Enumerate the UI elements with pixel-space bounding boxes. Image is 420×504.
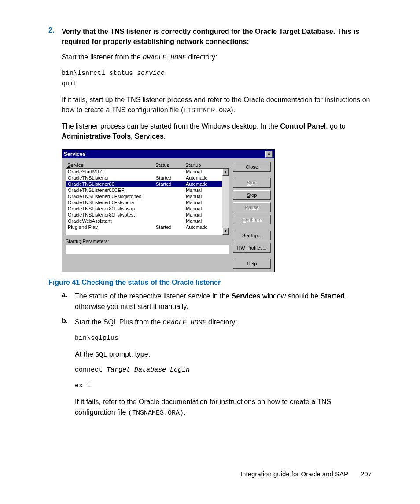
param-label-a: Startu xyxy=(66,239,78,244)
list-item[interactable]: OracleTNSListener80FslwporaManual xyxy=(66,199,222,206)
close-icon[interactable]: × xyxy=(265,151,273,158)
listener-ora: LISTENER.ORA xyxy=(183,107,231,114)
sub-b-t7: If it fails, refer to the Oracle documen… xyxy=(75,398,331,416)
service-name: OracleTNSListener80 xyxy=(68,181,156,187)
sub-b-p2: At the SQL prompt, type: xyxy=(75,349,372,360)
stop-u: S xyxy=(247,192,250,198)
code-connect: connect Target_Database_Login xyxy=(75,365,372,375)
service-startup: Automatic xyxy=(186,181,217,187)
code-exit: exit xyxy=(75,381,372,391)
sub-b-t9: . xyxy=(184,408,185,416)
cont-u: C xyxy=(242,217,246,222)
page-footer: Integration guide for Oracle and SAP 207 xyxy=(240,470,372,478)
scrollbar[interactable]: ▲ ▼ xyxy=(222,168,229,235)
services-dialog: Services × Service Status Startup Oracle… xyxy=(62,149,275,272)
pause-button[interactable]: Pause xyxy=(233,202,271,212)
startup-button[interactable]: Startup... xyxy=(233,231,271,240)
scroll-up-icon[interactable]: ▲ xyxy=(222,169,229,176)
sub-a-t4: Started xyxy=(321,292,345,300)
service-name: OracleTNSListener xyxy=(68,175,156,180)
sub-b-p1: Start the SQL Plus from the ORACLE_HOME … xyxy=(75,317,372,328)
oracle-home-2: ORACLE_HOME xyxy=(163,319,206,327)
service-startup: Manual xyxy=(186,200,217,205)
services-bold: Services xyxy=(135,132,164,140)
service-startup: Automatic xyxy=(186,175,217,180)
service-status xyxy=(156,200,186,205)
service-startup: Manual xyxy=(186,188,217,193)
step-p3e: , xyxy=(131,132,135,140)
service-startup: Manual xyxy=(186,169,217,174)
scroll-down-icon[interactable]: ▼ xyxy=(222,228,229,235)
step-p3c: , go to xyxy=(326,122,345,130)
list-item[interactable]: OracleTNSListener80CERManual xyxy=(66,187,222,193)
hdr-status: Status xyxy=(155,162,185,168)
start-button[interactable]: Start xyxy=(233,178,271,188)
list-item[interactable]: OracleTNSListener80FslwptestManual xyxy=(66,212,222,218)
cont-t: ontinue xyxy=(246,217,262,222)
service-status xyxy=(156,169,186,174)
startup-params-label: Startup Parameters: xyxy=(66,239,229,244)
hdr-startup: Startup xyxy=(185,162,216,168)
sub-b-t4: At the xyxy=(75,350,95,358)
step-p3: The listener process can be started from… xyxy=(62,121,372,141)
service-startup: Manual xyxy=(186,212,217,217)
step-p2: If it fails, start up the TNS listener p… xyxy=(62,95,372,116)
list-item[interactable]: OracleWebAssistantManual xyxy=(66,218,222,224)
sub-a-letter: a. xyxy=(62,291,75,299)
hw-profiles-button[interactable]: HW Profiles... xyxy=(233,243,271,253)
continue-button[interactable]: Continue xyxy=(233,215,271,224)
start-t: tart xyxy=(250,180,257,185)
stop-button[interactable]: Stop xyxy=(233,190,271,200)
hdr-service: ervice xyxy=(70,162,83,168)
list-item[interactable]: Plug and PlayStartedAutomatic xyxy=(66,224,222,230)
sub-b-t6: prompt, type: xyxy=(107,350,150,358)
service-status: Started xyxy=(156,224,186,230)
sub-b-t1: Start the SQL Plus from the xyxy=(75,318,163,326)
step-p1a: Start the listener from the xyxy=(62,53,143,61)
step-p1: Start the listener from the ORACLE_HOME … xyxy=(62,52,372,63)
list-item[interactable]: OracleTNSListenerStartedAutomatic xyxy=(66,175,222,181)
service-startup: Manual xyxy=(186,194,217,199)
pause-u: P xyxy=(245,205,248,210)
step-p1c: directory: xyxy=(186,53,217,61)
startup-params-input[interactable] xyxy=(66,245,229,254)
step-p3g: . xyxy=(164,132,166,140)
list-item[interactable]: OracleTNSListener80FslsqlstonesManual xyxy=(66,193,222,199)
list-item[interactable]: OracleTNSListener80FslwpsapManual xyxy=(66,206,222,212)
dialog-title: Services xyxy=(64,151,85,157)
service-status: Started xyxy=(156,175,186,180)
service-startup: Automatic xyxy=(186,224,217,230)
sub-b-letter: b. xyxy=(62,317,75,325)
list-item[interactable]: OracleTNSListener80StartedAutomatic xyxy=(66,181,222,187)
service-status xyxy=(156,212,186,217)
close-button[interactable]: Close xyxy=(233,162,271,172)
code-connect-a: connect xyxy=(75,366,107,374)
sub-a-text: The status of the respective listener se… xyxy=(75,291,372,311)
list-item[interactable]: OracleStartMILCManual xyxy=(66,169,222,175)
pause-t: ause xyxy=(248,205,259,210)
service-status: Started xyxy=(156,181,186,187)
oracle-home-1: ORACLE_HOME xyxy=(143,54,186,62)
sub-a-t3: window should be xyxy=(261,292,321,300)
service-startup: Manual xyxy=(186,218,217,224)
help-button[interactable]: Help xyxy=(233,259,271,269)
figure-caption: Figure 41 Checking the status of the Ora… xyxy=(48,279,372,287)
step-p3a: The listener process can be started from… xyxy=(62,122,280,130)
stop-t: top xyxy=(250,192,257,198)
service-status xyxy=(156,188,186,193)
code1-line1b: service xyxy=(137,70,165,77)
step-heading: Verify that the TNS listener is correctl… xyxy=(62,26,372,47)
service-name: OracleTNSListener80Fslsqlstones xyxy=(68,194,156,199)
service-name: OracleWebAssistant xyxy=(68,218,156,224)
service-name: OracleTNSListener80Fslwpora xyxy=(68,200,156,205)
code-sqlplus: bin\sqlplus xyxy=(75,333,372,344)
service-status xyxy=(156,206,186,211)
sub-b-t3: directory: xyxy=(206,318,237,326)
service-name: OracleTNSListener80Fslwpsap xyxy=(68,206,156,211)
sub-b-p3: If it fails, refer to the Oracle documen… xyxy=(75,397,372,418)
dialog-titlebar: Services × xyxy=(62,150,274,158)
help-u: H xyxy=(247,261,251,266)
control-panel: Control Panel xyxy=(280,122,326,130)
service-listbox[interactable]: OracleStartMILCManualOracleTNSListenerSt… xyxy=(66,168,222,235)
admin-tools: Administrative Tools xyxy=(62,132,131,140)
